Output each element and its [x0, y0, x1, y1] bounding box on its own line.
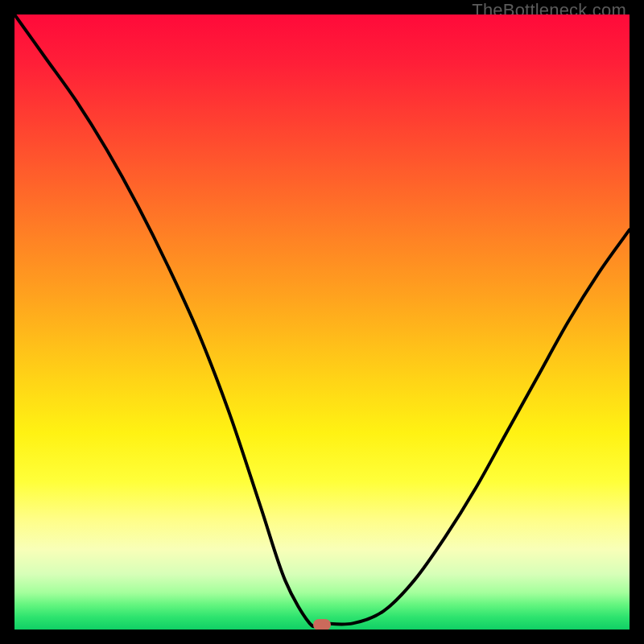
chart-frame: TheBottleneck.com	[0, 0, 644, 644]
plot-area	[14, 14, 630, 630]
bottleneck-curve	[14, 14, 630, 630]
min-marker	[313, 619, 331, 630]
